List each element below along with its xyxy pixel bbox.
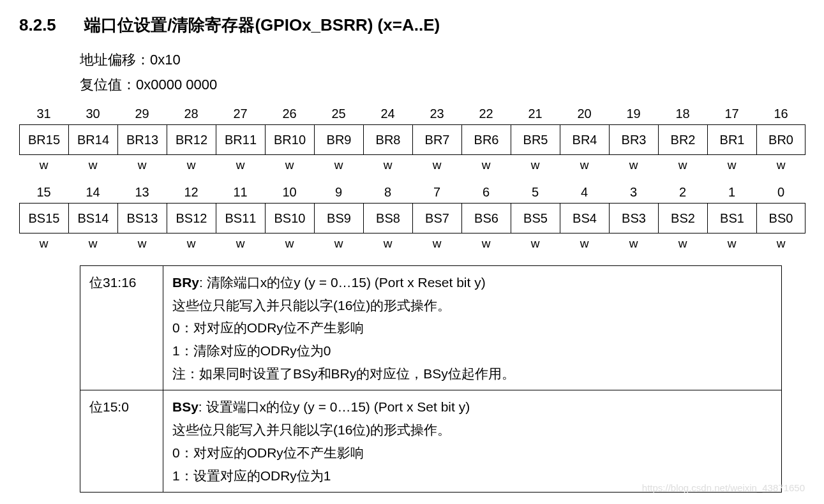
bit-access: w bbox=[560, 155, 609, 181]
bit-range: 位15:0 bbox=[80, 390, 163, 493]
bit-num: 7 bbox=[412, 181, 461, 203]
bit-num: 12 bbox=[167, 181, 216, 203]
bit-access: w bbox=[756, 155, 805, 181]
bit-name: BS12 bbox=[167, 203, 216, 233]
bit-description: BSy: 设置端口x的位y (y = 0…15) (Port x Set bit… bbox=[163, 390, 782, 493]
bit-name: BR4 bbox=[560, 124, 609, 155]
bit-name: BS9 bbox=[314, 203, 363, 233]
bit-num: 24 bbox=[363, 103, 412, 124]
bit-name: BS7 bbox=[412, 203, 461, 233]
bit-num: 6 bbox=[461, 181, 511, 203]
bit-num: 10 bbox=[265, 181, 314, 203]
bit-name: BR15 bbox=[19, 124, 68, 155]
bit-access: w bbox=[363, 155, 412, 181]
reset-value-line: 复位值：0x0000 0000 bbox=[80, 74, 805, 95]
bit-range: 位31:16 bbox=[80, 266, 163, 390]
bit-num: 17 bbox=[707, 103, 756, 124]
bit-num: 4 bbox=[560, 181, 609, 203]
bit-name: BR7 bbox=[412, 124, 461, 155]
bit-num: 1 bbox=[707, 181, 756, 203]
bit-access-row-low: w w w w w w w w w w w w w w w w bbox=[19, 233, 805, 260]
bit-num: 29 bbox=[117, 103, 167, 124]
bit-name: BR3 bbox=[609, 124, 658, 155]
table-row: 位15:0 BSy: 设置端口x的位y (y = 0…15) (Port x S… bbox=[80, 390, 782, 493]
bit-access: w bbox=[265, 155, 314, 181]
bit-access: w bbox=[658, 155, 707, 181]
bit-name: BR0 bbox=[756, 124, 805, 155]
bit-num: 15 bbox=[19, 181, 68, 203]
bit-access: w bbox=[167, 233, 216, 260]
bit-name: BR10 bbox=[265, 124, 314, 155]
bit-num: 22 bbox=[461, 103, 511, 124]
bit-name: BR9 bbox=[314, 124, 363, 155]
bit-name: BR5 bbox=[511, 124, 560, 155]
desc-line: 0：对对应的ODRy位不产生影响 bbox=[172, 445, 364, 460]
bit-name: BR13 bbox=[117, 124, 167, 155]
bit-name: BS15 bbox=[19, 203, 68, 233]
desc-line: 1：设置对应的ODRy位为1 bbox=[172, 468, 331, 483]
bit-description-table: 位31:16 BRy: 清除端口x的位y (y = 0…15) (Port x … bbox=[80, 265, 782, 493]
field-title: : 清除端口x的位y (y = 0…15) (Port x Reset bit … bbox=[199, 275, 486, 290]
section-number: 8.2.5 bbox=[19, 13, 80, 38]
reset-label: 复位值： bbox=[80, 77, 136, 93]
bit-access: w bbox=[609, 155, 658, 181]
bit-num: 19 bbox=[609, 103, 658, 124]
bit-access: w bbox=[412, 233, 461, 260]
bit-access-row-high: w w w w w w w w w w w w w w w w bbox=[19, 155, 805, 181]
bit-name: BR11 bbox=[216, 124, 265, 155]
bit-name: BR12 bbox=[167, 124, 216, 155]
bit-access: w bbox=[19, 155, 68, 181]
bit-access: w bbox=[363, 233, 412, 260]
addr-value: 0x10 bbox=[150, 52, 181, 68]
desc-line: 这些位只能写入并只能以字(16位)的形式操作。 bbox=[172, 298, 451, 313]
bit-access: w bbox=[265, 233, 314, 260]
bit-layout-high: 31 30 29 28 27 26 25 24 23 22 21 20 19 1… bbox=[19, 103, 805, 259]
bit-access: w bbox=[19, 233, 68, 260]
bit-num: 28 bbox=[167, 103, 216, 124]
bit-num: 30 bbox=[68, 103, 117, 124]
bit-access: w bbox=[560, 233, 609, 260]
bit-access: w bbox=[167, 155, 216, 181]
bit-num: 18 bbox=[658, 103, 707, 124]
bit-access: w bbox=[511, 155, 560, 181]
bit-name: BS11 bbox=[216, 203, 265, 233]
bit-name: BS5 bbox=[511, 203, 560, 233]
bit-num: 11 bbox=[216, 181, 265, 203]
bit-access: w bbox=[117, 233, 167, 260]
bit-access: w bbox=[511, 233, 560, 260]
bit-name: BR2 bbox=[658, 124, 707, 155]
bit-name: BS8 bbox=[363, 203, 412, 233]
bit-num: 31 bbox=[19, 103, 68, 124]
bit-num: 5 bbox=[511, 181, 560, 203]
bit-name: BS1 bbox=[707, 203, 756, 233]
bit-access: w bbox=[68, 233, 117, 260]
bit-name: BS3 bbox=[609, 203, 658, 233]
bit-name: BS13 bbox=[117, 203, 167, 233]
bit-name: BS2 bbox=[658, 203, 707, 233]
bit-num: 20 bbox=[560, 103, 609, 124]
bit-access: w bbox=[461, 155, 511, 181]
bit-access: w bbox=[314, 155, 363, 181]
bit-access: w bbox=[314, 233, 363, 260]
bit-number-row-low: 15 14 13 12 11 10 9 8 7 6 5 4 3 2 1 0 bbox=[19, 181, 805, 203]
bit-access: w bbox=[609, 233, 658, 260]
bit-num: 16 bbox=[756, 103, 805, 124]
bit-num: 3 bbox=[609, 181, 658, 203]
bit-name: BS0 bbox=[756, 203, 805, 233]
bit-name: BR14 bbox=[68, 124, 117, 155]
desc-line: 这些位只能写入并只能以字(16位)的形式操作。 bbox=[172, 422, 451, 437]
bit-name: BS4 bbox=[560, 203, 609, 233]
bit-name: BS14 bbox=[68, 203, 117, 233]
bit-access: w bbox=[461, 233, 511, 260]
section-heading: 8.2.5 端口位设置/清除寄存器(GPIOx_BSRR) (x=A..E) bbox=[19, 13, 805, 38]
section-title: 端口位设置/清除寄存器(GPIOx_BSRR) (x=A..E) bbox=[84, 15, 440, 34]
desc-line: 1：清除对应的ODRy位为0 bbox=[172, 343, 331, 358]
desc-line: 0：对对应的ODRy位不产生影响 bbox=[172, 320, 364, 335]
table-row: 位31:16 BRy: 清除端口x的位y (y = 0…15) (Port x … bbox=[80, 266, 782, 390]
bit-access: w bbox=[68, 155, 117, 181]
bit-num: 14 bbox=[68, 181, 117, 203]
bit-access: w bbox=[756, 233, 805, 260]
bit-name-row-high: BR15 BR14 BR13 BR12 BR11 BR10 BR9 BR8 BR… bbox=[19, 124, 805, 155]
bit-access: w bbox=[216, 233, 265, 260]
bit-num: 0 bbox=[756, 181, 805, 203]
